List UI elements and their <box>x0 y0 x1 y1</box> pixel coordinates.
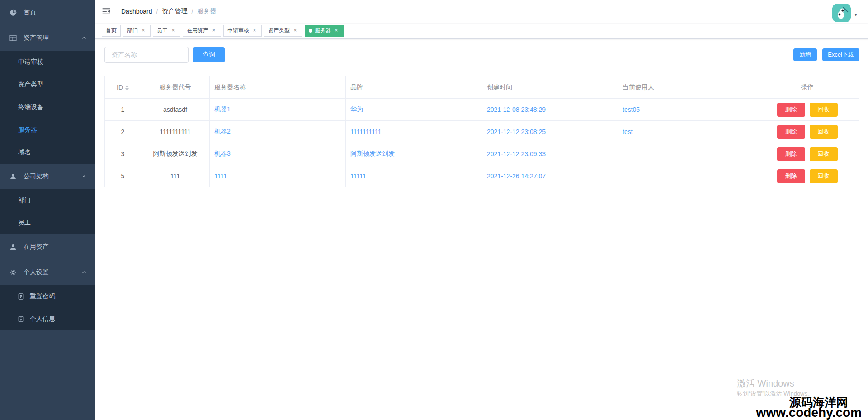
cell-created-time: 2021-12-12 23:09:33 <box>482 143 618 165</box>
form-icon <box>17 315 24 323</box>
server-name-link[interactable]: 机器3 <box>214 150 231 157</box>
server-name-link[interactable]: 1111 <box>214 172 227 180</box>
cell-server-code: 111 <box>141 165 210 187</box>
tab-assets-inuse[interactable]: 在用资产 × <box>183 25 221 37</box>
cell-current-user <box>618 165 755 187</box>
close-icon[interactable]: × <box>333 28 340 34</box>
page-content: 查询 新增 Excel下载 ID 服务器代号 <box>95 39 868 420</box>
tab-home[interactable]: 首页 <box>102 25 121 37</box>
close-icon[interactable]: × <box>251 28 258 34</box>
tab-department[interactable]: 部门 × <box>123 25 151 37</box>
table-icon <box>9 34 17 42</box>
cell-actions: 删除回收 <box>755 99 859 121</box>
sidebar-group-label: 个人设置 <box>24 268 49 277</box>
cell-created-time: 2021-12-12 23:08:25 <box>482 121 618 143</box>
search-input[interactable] <box>104 47 189 63</box>
column-header-id[interactable]: ID <box>105 76 141 99</box>
column-header-actions: 操作 <box>755 76 859 99</box>
sidebar-item-asset-type[interactable]: 资产类型 <box>0 73 95 96</box>
sidebar-item-department[interactable]: 部门 <box>0 189 95 212</box>
chevron-up-icon <box>81 270 87 275</box>
sidebar-group-asset-management[interactable]: 资产管理 <box>0 25 95 51</box>
user-avatar[interactable] <box>832 4 851 22</box>
recycle-button[interactable]: 回收 <box>810 147 838 161</box>
close-icon[interactable]: × <box>170 28 176 34</box>
sidebar-item-server[interactable]: 服务器 <box>0 119 95 141</box>
sidebar-item-domain[interactable]: 域名 <box>0 141 95 164</box>
sidebar-group-personal-settings[interactable]: 个人设置 <box>0 260 95 285</box>
close-icon[interactable]: × <box>140 28 146 34</box>
cell-id: 2 <box>105 121 141 143</box>
breadcrumb-separator: / <box>156 8 158 15</box>
sidebar-item-home[interactable]: 首页 <box>0 0 95 25</box>
sidebar-item-label: 域名 <box>18 148 31 157</box>
table-row: 1 asdfasdf 机器1 华为 2021-12-08 23:48:29 te… <box>105 99 859 121</box>
tab-server[interactable]: 服务器 × <box>305 25 344 37</box>
column-header-created-time: 创建时间 <box>482 76 618 99</box>
breadcrumb-current-page: 服务器 <box>197 7 216 15</box>
brand-link[interactable]: 11111 <box>350 172 366 180</box>
chevron-up-icon <box>81 35 87 41</box>
sidebar-item-assets-inuse[interactable]: 在用资产 <box>0 234 95 260</box>
cell-id: 5 <box>105 165 141 187</box>
sidebar-item-personal-info[interactable]: 个人信息 <box>0 308 95 330</box>
query-button[interactable]: 查询 <box>193 47 225 62</box>
tab-label: 在用资产 <box>187 27 208 34</box>
delete-button[interactable]: 删除 <box>777 103 805 117</box>
recycle-button[interactable]: 回收 <box>810 103 838 117</box>
tags-view-bar: 首页 部门 × 员工 × 在用资产 × 申请审核 × 资产类型 × <box>95 23 868 39</box>
sidebar-item-staff[interactable]: 员工 <box>0 212 95 234</box>
cell-created-time: 2021-12-26 14:27:07 <box>482 165 618 187</box>
sort-icon[interactable] <box>125 85 129 91</box>
sidebar-item-reset-password[interactable]: 重置密码 <box>0 285 95 308</box>
add-button[interactable]: 新增 <box>793 48 817 61</box>
top-navbar: Dashboard / 资产管理 / 服务器 ▾ <box>95 0 868 23</box>
delete-button[interactable]: 删除 <box>777 125 805 139</box>
tab-staff[interactable]: 员工 × <box>153 25 180 37</box>
cell-created-time: 2021-12-08 23:48:29 <box>482 99 618 121</box>
form-icon <box>17 293 24 300</box>
sidebar-item-terminal-device[interactable]: 终端设备 <box>0 96 95 119</box>
sidebar-item-label: 个人信息 <box>30 315 55 323</box>
sidebar-group-company-structure[interactable]: 公司架构 <box>0 164 95 189</box>
cell-current-user <box>618 143 755 165</box>
cell-id: 1 <box>105 99 141 121</box>
breadcrumb-dashboard[interactable]: Dashboard <box>121 8 152 15</box>
sidebar-item-label: 服务器 <box>18 126 37 134</box>
tab-label: 资产类型 <box>268 27 290 34</box>
server-name-link[interactable]: 机器2 <box>214 128 231 135</box>
delete-button[interactable]: 删除 <box>777 169 805 183</box>
chevron-down-icon[interactable]: ▾ <box>854 11 857 18</box>
excel-download-button[interactable]: Excel下载 <box>822 48 859 61</box>
toolbar-right: 新增 Excel下载 <box>793 48 859 61</box>
breadcrumb-asset-management[interactable]: 资产管理 <box>162 7 187 15</box>
delete-button[interactable]: 删除 <box>777 147 805 161</box>
tab-label: 首页 <box>106 27 117 34</box>
app-window: 首页 资产管理 申请审核 资产类型 终端设备 服务器 域名 公司架构 <box>0 0 868 420</box>
tab-label: 服务器 <box>315 27 331 34</box>
main-area: Dashboard / 资产管理 / 服务器 ▾ 首页 部门 × <box>95 0 868 420</box>
sidebar-group-label: 公司架构 <box>24 172 49 181</box>
column-header-server-code: 服务器代号 <box>141 76 210 99</box>
brand-link[interactable]: 阿斯顿发送到发 <box>350 150 395 157</box>
tab-apply-review[interactable]: 申请审核 × <box>223 25 262 37</box>
close-icon[interactable]: × <box>211 28 217 34</box>
tab-asset-type[interactable]: 资产类型 × <box>264 25 302 37</box>
submenu-personal-settings: 重置密码 个人信息 <box>0 285 95 330</box>
sidebar-item-label: 重置密码 <box>30 292 55 301</box>
sidebar-item-apply-review[interactable]: 申请审核 <box>0 51 95 73</box>
recycle-button[interactable]: 回收 <box>810 125 838 139</box>
sidebar-item-label: 终端设备 <box>18 103 43 111</box>
brand-link[interactable]: 华为 <box>350 105 363 113</box>
breadcrumb-separator: / <box>191 8 193 15</box>
brand-link[interactable]: 1111111111 <box>350 128 382 135</box>
cell-actions: 删除回收 <box>755 165 859 187</box>
table-row: 2 1111111111 机器2 1111111111 2021-12-12 2… <box>105 121 859 143</box>
server-name-link[interactable]: 机器1 <box>214 105 231 113</box>
cell-current-user: test05 <box>618 99 755 121</box>
navbar-right: ▾ <box>832 1 857 22</box>
recycle-button[interactable]: 回收 <box>810 169 838 183</box>
close-icon[interactable]: × <box>292 28 298 34</box>
user-icon <box>9 172 17 181</box>
sidebar-toggle-hamburger-icon[interactable] <box>95 0 118 23</box>
